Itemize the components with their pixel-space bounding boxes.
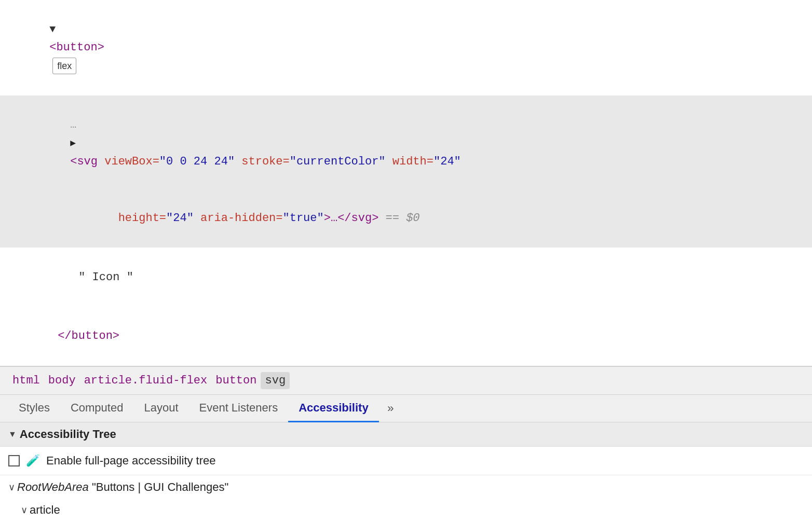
tree-chevron-article: ∨ [21, 504, 28, 516]
dom-attr-width-val: "24" [434, 155, 461, 168]
tree-article[interactable]: ∨ article [0, 499, 812, 521]
dom-attr-width: width= [393, 155, 434, 168]
tab-styles[interactable]: Styles [8, 395, 60, 422]
dom-inspector: ▼ <button> flex … ▶ <svg viewBox="0 0 24… [0, 0, 812, 366]
dom-line-svg[interactable]: … ▶ <svg viewBox="0 0 24 24" stroke="cur… [0, 95, 812, 191]
enable-accessibility-row[interactable]: 🧪 Enable full-page accessibility tree [0, 447, 812, 475]
triangle-right-icon: ▶ [70, 136, 76, 151]
ellipsis-icon: … [70, 117, 76, 133]
dom-tag-button-open: <button> [49, 41, 104, 54]
tab-event-listeners[interactable]: Event Listeners [189, 395, 289, 422]
dom-attr-viewbox: viewBox= [104, 155, 159, 168]
dom-attr-viewbox-val: "0 0 24 24" [159, 155, 235, 168]
dom-svg-close: >…</svg> [324, 212, 379, 225]
tab-accessibility[interactable]: Accessibility [288, 395, 379, 422]
dom-line-button[interactable]: ▼ <button> flex [0, 0, 812, 95]
tab-more-button[interactable]: » [379, 396, 402, 422]
breadcrumb-article[interactable]: article.fluid-flex [80, 372, 212, 389]
tree-article-label: article [30, 503, 60, 517]
tabs-bar: Styles Computed Layout Event Listeners A… [0, 395, 812, 422]
accessibility-tree-header[interactable]: ▼ Accessibility Tree [0, 422, 812, 446]
dom-attr-stroke: stroke= [241, 155, 289, 168]
icon-text-node: " Icon " [78, 271, 133, 284]
tab-computed[interactable]: Computed [60, 395, 134, 422]
dom-attr-height: height= [118, 212, 166, 225]
breadcrumb-bar: html body article.fluid-flex button svg [0, 366, 812, 395]
dom-attr-aria-hidden-val: "true" [283, 212, 324, 225]
triangle-down-icon: ▼ [49, 23, 56, 35]
flex-badge: flex [52, 58, 76, 75]
dom-attr-height-val: "24" [166, 212, 194, 225]
tree-root-web-area[interactable]: ∨ RootWebArea "Buttons | GUI Challenges" [0, 475, 812, 499]
breadcrumb-button[interactable]: button [211, 372, 261, 389]
tree-root-value: "Buttons | GUI Challenges" [92, 480, 228, 494]
dom-attr-aria-hidden: aria-hidden= [200, 212, 282, 225]
enable-accessibility-checkbox[interactable] [8, 455, 20, 466]
dom-attr-stroke-val: "currentColor" [290, 155, 386, 168]
dom-svg-open-tag: <svg [70, 155, 104, 168]
dom-line-button-close: </button> [0, 307, 812, 366]
dom-line-icon-text: " Icon " [0, 248, 812, 307]
dom-tag-button-close: </button> [58, 329, 119, 342]
accessibility-tree-title: Accessibility Tree [20, 428, 116, 441]
main-content: ▼ Accessibility Tree 🧪 Enable full-page … [0, 422, 812, 522]
devtools-panel: ▼ <button> flex … ▶ <svg viewBox="0 0 24… [0, 0, 812, 522]
tree-root-label: RootWebArea [17, 480, 89, 494]
enable-accessibility-label: Enable full-page accessibility tree [46, 454, 216, 468]
breadcrumb-html[interactable]: html [8, 372, 44, 389]
dom-line-svg-cont: height="24" aria-hidden="true">…</svg> =… [0, 191, 812, 248]
tab-layout[interactable]: Layout [133, 395, 188, 422]
accessibility-flask-icon: 🧪 [26, 454, 40, 468]
breadcrumb-body[interactable]: body [44, 372, 80, 389]
section-triangle-icon: ▼ [8, 430, 17, 439]
breadcrumb-svg[interactable]: svg [261, 372, 290, 389]
tree-chevron-root: ∨ [8, 482, 15, 493]
